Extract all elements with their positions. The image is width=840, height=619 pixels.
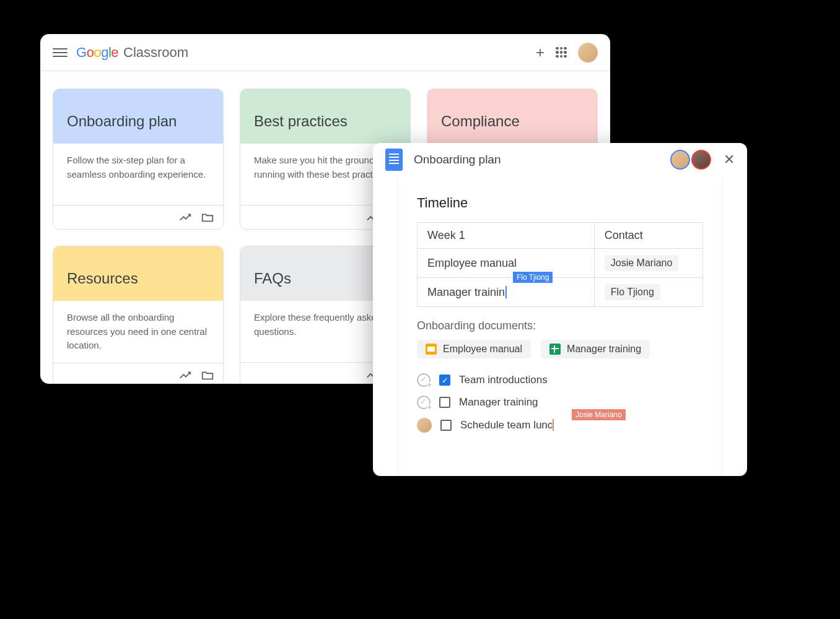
timeline-table: Week 1 Contact Employee manual Josie Mar…	[417, 222, 703, 307]
folder-icon[interactable]	[201, 210, 214, 224]
card-title: Best practices	[240, 89, 410, 144]
table-cell[interactable]: Employee manual	[418, 249, 595, 278]
class-card-resources[interactable]: Resources Browse all the onboarding reso…	[53, 246, 224, 384]
collab-cursor-tag: Flo Tjiong	[513, 272, 553, 283]
contact-chip[interactable]: Flo Tjiong	[605, 284, 660, 300]
card-title: Compliance	[427, 89, 597, 144]
onboarding-docs-label: Onboarding documents:	[417, 319, 703, 332]
checklist-label: Manager training	[459, 396, 538, 409]
docs-window: Onboarding plan ✕ Timeline Week 1 Contac…	[373, 143, 747, 476]
card-title: Onboarding plan	[53, 89, 223, 144]
collaborator-avatar[interactable]	[691, 150, 711, 170]
class-card-onboarding[interactable]: Onboarding plan Follow the six-step plan…	[53, 89, 224, 230]
app-name: Classroom	[123, 45, 188, 61]
docs-app-icon	[385, 149, 403, 171]
folder-icon[interactable]	[201, 368, 214, 382]
slides-icon	[426, 344, 437, 355]
close-icon[interactable]: ✕	[724, 152, 735, 168]
card-desc: Follow the six-step plan for a seamless …	[53, 144, 223, 205]
apps-icon[interactable]	[556, 47, 567, 58]
table-cell[interactable]: Flo Tjiong	[594, 278, 702, 307]
checklist-item[interactable]: Manager training	[417, 396, 703, 409]
checklist-label: Schedule team lunc	[460, 419, 557, 431]
collab-cursor-tag: Josie Mariano	[572, 409, 626, 420]
docs-page: Timeline Week 1 Contact Employee manual …	[398, 176, 722, 476]
checklist-item[interactable]: ✓ Team introductions	[417, 373, 703, 387]
classroom-header: Google Classroom +	[40, 34, 610, 71]
table-header[interactable]: Week 1	[418, 223, 595, 249]
doc-link-sheets[interactable]: Manager training	[541, 340, 650, 358]
assignee-avatar[interactable]	[417, 418, 432, 433]
checklist-label: Team introductions	[459, 374, 548, 386]
contact-chip[interactable]: Josie Mariano	[605, 255, 679, 271]
trending-icon[interactable]	[178, 210, 192, 224]
table-cell[interactable]: Josie Mariano	[594, 249, 702, 278]
account-avatar[interactable]	[578, 43, 598, 63]
assign-icon[interactable]	[417, 396, 431, 409]
collaborator-avatar[interactable]	[670, 150, 690, 170]
checklist: ✓ Team introductions Manager training Sc…	[417, 373, 703, 433]
table-header[interactable]: Contact	[594, 223, 702, 249]
checkbox-icon[interactable]	[439, 397, 450, 408]
menu-icon[interactable]	[53, 45, 68, 60]
docs-title: Onboarding plan	[414, 153, 501, 167]
table-cell[interactable]: Manager trainin Flo Tjiong	[418, 278, 595, 307]
sheets-icon	[549, 344, 561, 355]
trending-icon[interactable]	[178, 368, 192, 382]
google-logo: Google	[76, 45, 118, 61]
checkbox-icon[interactable]: ✓	[439, 374, 450, 386]
card-desc: Browse all the onboarding resources you …	[53, 301, 223, 363]
checkbox-icon[interactable]	[440, 420, 452, 431]
create-icon[interactable]: +	[536, 44, 545, 61]
docs-header: Onboarding plan ✕	[373, 143, 747, 176]
section-heading: Timeline	[417, 195, 703, 211]
card-title: Resources	[53, 246, 223, 301]
doc-link-slides[interactable]: Employee manual	[417, 340, 531, 358]
assign-icon[interactable]	[417, 373, 431, 387]
logo: Google Classroom	[76, 45, 188, 61]
checklist-item[interactable]: Schedule team lunc Josie Mariano	[417, 418, 703, 433]
